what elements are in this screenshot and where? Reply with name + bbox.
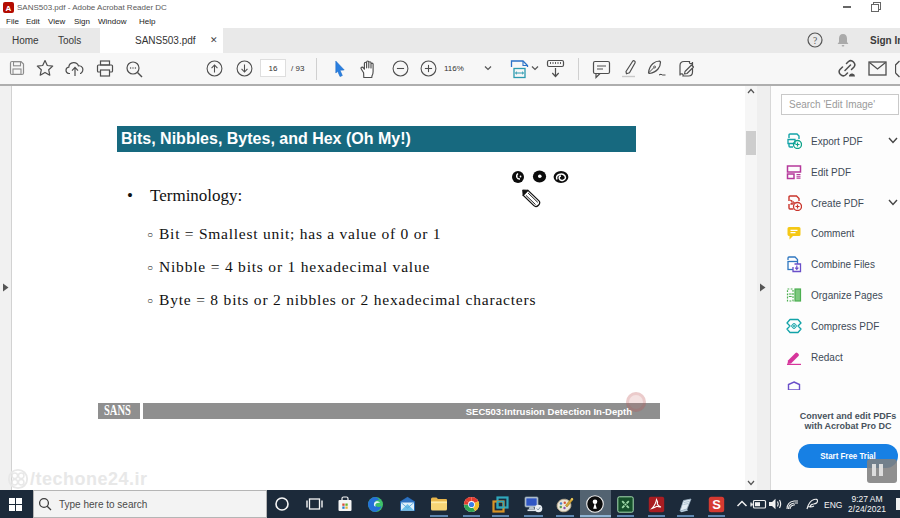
svg-text:?: ? bbox=[813, 36, 817, 46]
svg-text:S: S bbox=[712, 497, 721, 512]
svg-text:A: A bbox=[6, 4, 12, 13]
